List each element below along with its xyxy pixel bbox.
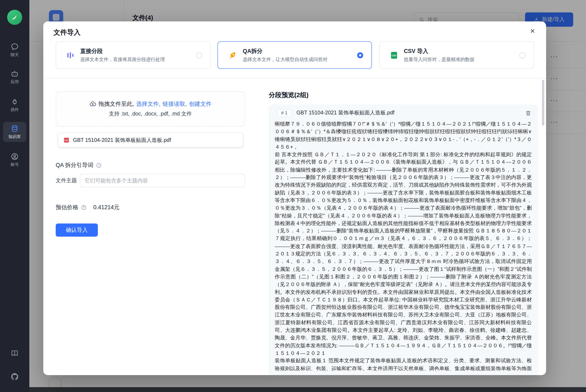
preview-chunk-card: # 1 GBT 15104-2021 装饰单板贴面人造板.pdf 犐犆犛７９．０… xyxy=(269,104,538,375)
apps-icon xyxy=(11,70,19,78)
upload-cloud-icon xyxy=(89,100,96,108)
topic-input[interactable] xyxy=(80,174,245,187)
sidebar-item-label: 聊天 xyxy=(3,52,27,58)
chunk-paragraph: 前 言本文件按照 ＧＢ／Ｔ１．１—２０２０《标准化工作导则 第１部分: 标准化文… xyxy=(275,151,532,357)
mode-card-qa-split[interactable]: QA拆分 选择文本文件，让大模型自动生成问答对 xyxy=(218,41,372,69)
chat-icon xyxy=(11,42,19,51)
upload-dropzone[interactable]: 拖拽文件至此, 选择文件, 链接读取, 创建文件 支持 .txt, .doc, … xyxy=(56,92,245,126)
modal-divider xyxy=(43,78,546,78)
chunk-text[interactable]: 犐犆犛７９．０６０值犆犆犛犌犅７０!"＃＄％＆'（'）*犌犅／犜１５１０４—２０… xyxy=(269,120,538,371)
sidebar-item-account[interactable]: 账号 xyxy=(3,150,27,170)
svg-text:CSV: CSV xyxy=(392,54,397,56)
radio-unselected[interactable] xyxy=(519,52,526,58)
supported-formats-text: 支持 .txt, .doc, .docx, .pdf, .md 文件 xyxy=(109,110,192,117)
radio-selected[interactable] xyxy=(357,52,363,58)
pdf-icon: PDF xyxy=(63,137,70,143)
price-value: 0.41214元 xyxy=(93,204,119,211)
mode-card-title: QA拆分 xyxy=(243,48,328,55)
preview-title: 分段预览(2组) xyxy=(269,91,309,100)
confirm-import-label: 确认导入 xyxy=(66,226,88,234)
chunk-file-name: GBT 15104-2021 装饰单板贴面人造板.pdf xyxy=(296,110,394,116)
mode-card-direct-split[interactable]: 直接分段 选择文本文件，直接将其按分段进行处理 xyxy=(56,41,211,69)
close-button[interactable]: × xyxy=(526,25,538,37)
rocket-icon xyxy=(228,50,237,60)
account-icon xyxy=(11,152,19,161)
info-icon[interactable] xyxy=(96,162,102,168)
docs-icon[interactable] xyxy=(11,349,19,358)
svg-text:PDF: PDF xyxy=(65,139,69,142)
app-logo[interactable] xyxy=(7,10,22,25)
sidebar-item-plugins[interactable]: 插件 xyxy=(3,95,27,114)
sidebar-item-label: 插件 xyxy=(3,107,27,112)
segment-icon xyxy=(66,51,75,60)
dataset-icon xyxy=(11,124,19,133)
help-icon[interactable] xyxy=(81,205,87,210)
mode-card-desc: 选择文本文件，让大模型自动生成问答对 xyxy=(243,56,328,62)
github-icon[interactable] xyxy=(11,372,19,380)
close-icon: × xyxy=(530,26,535,36)
mode-card-title: 直接分段 xyxy=(80,48,165,55)
create-file-link[interactable]: 创建文件 xyxy=(189,100,212,108)
mode-card-desc: 批量导入问答对，是最精准的数据 xyxy=(404,56,474,62)
sidebar-item-label: 账号 xyxy=(3,162,27,168)
price-row: 预估价格 0.41214元 xyxy=(56,204,120,211)
qa-prompt-label: QA 拆分引导词 xyxy=(56,162,93,169)
qa-prompt-label-row: QA 拆分引导词 xyxy=(56,162,102,169)
mode-card-desc: 选择文本文件，直接将其按分段进行处理 xyxy=(80,56,165,62)
modal-scrollbar[interactable] xyxy=(542,80,544,126)
price-label: 预估价格 xyxy=(56,204,78,211)
mode-card-csv-import[interactable]: CSV CSV 导入 批量导入问答对，是最精准的数据 xyxy=(379,41,534,69)
delete-chunk-icon[interactable] xyxy=(525,110,531,116)
modal-title: 文件导入 xyxy=(54,28,81,37)
chunk-paragraph: 装饰单板贴面人造板１ 范围本文件规定了装饰单板贴面人造板的术语和定义、分类、要求… xyxy=(275,357,532,371)
app-logo-icon xyxy=(11,14,19,21)
file-import-modal: 文件导入 × 直接分段 选择文本文件，直接将其按分段进行处理 xyxy=(43,22,546,375)
topic-field-label: 文件主题 xyxy=(56,177,77,184)
sidebar-item-chat[interactable]: 聊天 xyxy=(3,40,27,60)
uploaded-file-item[interactable]: PDF GBT 15104-2021 装饰单板贴面人造板.pdf xyxy=(58,133,243,147)
chunk-index-badge: # 1 xyxy=(277,109,291,117)
select-file-link[interactable]: 选择文件, xyxy=(136,100,160,108)
radio-unselected[interactable] xyxy=(196,52,202,58)
mode-card-title: CSV 导入 xyxy=(404,48,474,55)
csv-icon: CSV xyxy=(390,51,399,60)
url-fetch-link[interactable]: 链接读取, xyxy=(163,100,187,108)
chunk-paragraph: 犐犆犛７９．０６０值犆犆犛犌犅７０!"＃＄％＆'（'）*犌犅／犜１５１０４—２０… xyxy=(275,120,532,151)
chunk-header: # 1 GBT 15104-2021 装饰单板贴面人造板.pdf xyxy=(269,104,538,120)
app-sidebar: 聊天 应用 插件 知识库 xyxy=(0,0,29,392)
sidebar-item-label: 应用 xyxy=(3,79,27,85)
sidebar-item-dataset[interactable]: 知识库 xyxy=(3,122,27,142)
screen: 文件(4) 新建/导入 ··· ··· ··· ··· xyxy=(0,0,586,392)
file-name: GBT 15104-2021 装饰单板贴面人造板.pdf xyxy=(73,137,171,144)
confirm-import-button[interactable]: 确认导入 xyxy=(56,224,98,237)
dropzone-text: 拖拽文件至此, xyxy=(98,100,134,108)
sidebar-item-apps[interactable]: 应用 xyxy=(3,67,27,87)
sidebar-item-label: 知识库 xyxy=(3,134,27,140)
plugin-icon xyxy=(11,98,19,106)
